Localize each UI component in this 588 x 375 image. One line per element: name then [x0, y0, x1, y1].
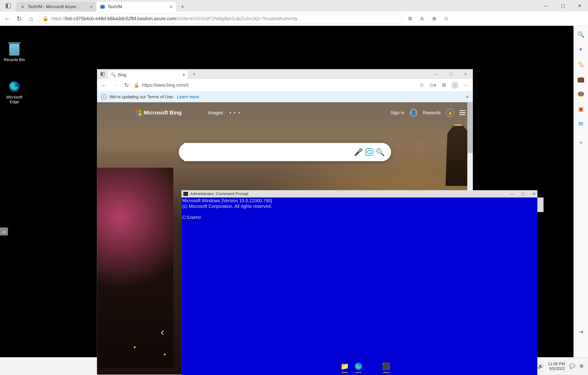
terms-banner: i We're updating our Terms of Use. Learn… — [97, 91, 473, 102]
maximize-button[interactable]: ▢ — [555, 0, 571, 12]
bing-logo-text: Microsoft Bing — [144, 110, 182, 116]
sidebar-office-icon[interactable]: ▣ — [577, 105, 585, 113]
inner-tab-bing[interactable]: 🔍 Bing × — [108, 71, 188, 79]
inner-new-tab-button[interactable]: + — [189, 69, 199, 79]
sidebar-collapse-icon[interactable]: ⇥ — [577, 328, 585, 335]
banner-learn-more-link[interactable]: Learn more — [177, 94, 199, 99]
sidebar-add-icon[interactable]: ＋ — [577, 139, 585, 146]
cmd-minimize-button[interactable]: — — [510, 191, 514, 196]
sidebar-shopping-icon[interactable]: 🏷️ — [577, 61, 585, 68]
outer-tab-testvm[interactable]: TestVM × — [96, 2, 176, 12]
inner-url-text: https://www.bing.com/# — [142, 82, 189, 88]
inner-profile-button[interactable]: ◦ — [451, 82, 459, 89]
rewards-link[interactable]: Rewards — [423, 110, 441, 115]
outer-tab-azure[interactable]: A TestVM - Microsoft Azure × — [17, 2, 96, 12]
bing-search-input[interactable] — [184, 143, 353, 161]
close-tab-icon[interactable]: × — [90, 4, 93, 10]
inner-refresh-button[interactable]: ↻ — [123, 81, 130, 89]
remote-desktop[interactable]: Recycle Bin Microsoft Edge » 🔍 Bing — [0, 26, 574, 357]
bing-logo[interactable]: Microsoft Bing — [135, 110, 182, 116]
volume-icon[interactable]: 🔊 — [538, 363, 544, 369]
tab-title: TestVM — [108, 4, 167, 9]
sidebar-wallet-icon[interactable]: 💼 — [577, 76, 585, 83]
recycle-bin-image-icon — [9, 44, 20, 55]
inner-tab-title: Bing — [118, 73, 180, 77]
signin-link[interactable]: Sign in — [390, 110, 404, 115]
clock-date: 8/5/2022 — [548, 366, 565, 371]
close-tab-icon[interactable]: × — [183, 73, 185, 77]
sidebar-outlook-icon[interactable]: ✉ — [577, 120, 585, 128]
settings-tray-icon[interactable]: ⚙ — [579, 363, 584, 369]
inner-close-button[interactable]: ✕ — [458, 69, 473, 79]
edge-image-icon — [8, 80, 21, 93]
app-mode-icon[interactable]: ⧉ — [406, 15, 414, 23]
zoom-icon[interactable]: ⊕ — [430, 15, 438, 23]
cmd-close-button[interactable]: ✕ — [532, 191, 536, 196]
nav-more-button[interactable]: • • • — [230, 110, 241, 115]
terminal-taskbar-icon[interactable]: ⬛ — [381, 361, 391, 372]
tab-actions-button[interactable] — [0, 3, 16, 8]
inner-collections-icon[interactable]: ⧉ — [440, 81, 448, 89]
sidebar-games-icon[interactable]: 🍩 — [577, 90, 585, 98]
banner-text: We're updating our Terms of Use. — [109, 94, 174, 99]
rewards-badge-icon[interactable]: 🏅 — [446, 109, 454, 117]
edge-taskbar-icon[interactable] — [353, 361, 364, 372]
cmd-scrollbar[interactable] — [537, 198, 544, 212]
cmd-title-text: Administrator: Command Prompt — [190, 191, 248, 196]
read-aloud-icon[interactable]: A⁾ — [418, 15, 426, 23]
file-explorer-icon[interactable]: 📁 — [339, 361, 350, 372]
nav-images-link[interactable]: Images — [208, 110, 223, 115]
signin-avatar-icon[interactable]: 👤 — [410, 109, 418, 117]
inner-maximize-button[interactable]: ▢ — [444, 69, 458, 79]
clock[interactable]: 11:06 PM 8/5/2022 — [548, 362, 565, 371]
scrollbar-thumb[interactable] — [467, 102, 473, 153]
edge-desktop-icon[interactable]: Microsoft Edge — [2, 80, 26, 104]
notifications-icon[interactable]: 💬 — [569, 363, 575, 369]
tab-actions-icon — [101, 72, 105, 76]
inner-favorite-icon[interactable]: ✩ — [418, 81, 426, 89]
bastion-toolbar-handle[interactable]: » — [0, 228, 8, 235]
url-text: https://bst-c375b4cb-e48d-b6ba3dc52fbf.b… — [51, 16, 301, 22]
inner-favorites-list-icon[interactable]: ✩≡ — [429, 81, 437, 89]
inner-menu-button[interactable]: ⋯ — [462, 81, 470, 89]
favorite-icon[interactable]: ✩ — [442, 15, 450, 23]
minimize-button[interactable]: — — [538, 0, 555, 12]
banner-dismiss-button[interactable]: × — [466, 94, 469, 100]
lock-icon: 🔒 — [134, 82, 139, 88]
cmd-maximize-button[interactable]: ▢ — [521, 191, 525, 196]
recycle-bin-icon[interactable]: Recycle Bin — [2, 44, 26, 62]
back-button[interactable]: ← — [3, 15, 11, 23]
cmd-body[interactable]: Microsoft Windows [Version 10.0.22000.79… — [181, 198, 537, 375]
inner-forward-button: → — [111, 81, 119, 89]
lock-icon: 🔒 — [43, 16, 48, 22]
tab-actions-icon — [6, 3, 11, 8]
address-bar[interactable]: 🔒 https://bst-c375b4cb-e48d-b6ba3dc52fbf… — [39, 14, 402, 24]
inner-minimize-button[interactable]: — — [429, 69, 444, 79]
outer-titlebar: A TestVM - Microsoft Azure × TestVM × + … — [0, 0, 588, 12]
close-window-button[interactable]: ✕ — [571, 0, 588, 12]
bing-favicon-icon: 🔍 — [111, 73, 116, 77]
inner-address-bar[interactable]: 🔒 https://www.bing.com/# — [134, 82, 414, 88]
refresh-button[interactable]: ↻ — [15, 15, 23, 23]
new-tab-button[interactable]: + — [178, 2, 188, 12]
sidebar-discover-icon[interactable]: ✦ — [577, 46, 585, 53]
home-button[interactable]: ⌂ — [27, 15, 35, 23]
close-tab-icon[interactable]: × — [170, 4, 173, 10]
inner-back-button[interactable]: ← — [100, 81, 108, 89]
vm-favicon-icon — [100, 4, 105, 9]
tab-title: TestVM - Microsoft Azure — [28, 4, 87, 9]
outer-addressbar: ← ↻ ⌂ 🔒 https://bst-c375b4cb-e48d-b6ba3d… — [0, 12, 588, 26]
hamburger-menu-button[interactable] — [459, 110, 465, 115]
search-submit-icon[interactable]: 🔍 — [375, 147, 386, 157]
carousel-prev-icon[interactable]: ‹ — [161, 326, 164, 338]
cmd-icon: C:\ — [183, 192, 188, 196]
inner-addressbar-row: ← → ↻ 🔒 https://www.bing.com/# ✩ ✩≡ ⧉ ◦ … — [97, 79, 473, 91]
inner-tab-actions-button[interactable] — [97, 72, 108, 76]
cmd-titlebar[interactable]: C:\ Administrator: Command Prompt — ▢ ✕ — [181, 190, 537, 198]
bing-search-box[interactable]: 🎤 🔍 — [179, 143, 391, 161]
image-search-icon[interactable] — [364, 147, 375, 157]
clock-time: 11:06 PM — [548, 362, 565, 366]
sidebar-search-icon[interactable]: 🔍 — [577, 31, 585, 38]
voice-search-icon[interactable]: 🎤 — [353, 147, 364, 157]
microsoft-logo-icon — [135, 110, 141, 116]
